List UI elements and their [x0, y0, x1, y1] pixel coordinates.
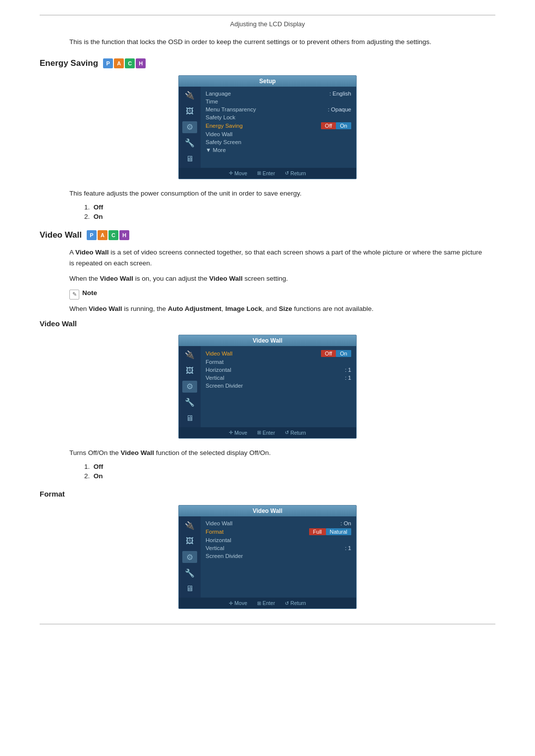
- note-label: Note: [82, 289, 97, 297]
- format-menu-body: 🔌 🖼 ⚙ 🔧 🖥 Video Wall : On Format Full: [179, 516, 356, 598]
- video-wall-section: Video Wall P A C H A Video Wall is a set…: [40, 230, 495, 480]
- sidebar-icon-4: 🔧: [182, 137, 197, 149]
- vw-menu-row-videowall: Video Wall Off On: [206, 349, 351, 358]
- menu-row-language: Language : English: [206, 90, 351, 98]
- sidebar-icon-1: 🔌: [182, 90, 197, 101]
- fmt-menu-row-vertical: Vertical : 1: [206, 544, 351, 552]
- menu-row-energy-saving: Energy Saving Off On: [206, 121, 351, 130]
- note-icon: ✎: [69, 290, 79, 300]
- vw-sidebar-icon-4: 🔧: [182, 397, 197, 408]
- format-menu-footer: ✛ Move ⊞ Enter ↺ Return: [179, 598, 356, 608]
- badge-h: H: [136, 58, 146, 68]
- video-wall-menu-footer: ✛ Move ⊞ Enter ↺ Return: [179, 427, 356, 438]
- menu-row-video-wall: Video Wall: [206, 130, 351, 138]
- energy-option-1: 1. Off: [84, 203, 495, 211]
- menu-row-safety-screen: Safety Screen: [206, 138, 351, 146]
- vw-sidebar-icon-2: 🖼: [182, 365, 197, 377]
- setup-menu-content: Language : English Time Menu Transparenc…: [201, 87, 356, 168]
- footer-enter: ⊞ Enter: [257, 170, 275, 176]
- vw-sidebar-icon-5: 🖥: [182, 412, 197, 424]
- fmt-sidebar-icon-2: 🖼: [182, 535, 197, 547]
- footer-return: ↺ Return: [285, 170, 306, 176]
- badge-c: C: [125, 58, 135, 68]
- energy-saving-heading: Energy Saving P A C H: [40, 58, 495, 68]
- sidebar-icon-5: 🖥: [182, 153, 197, 165]
- format-menu-content: Video Wall : On Format Full Natural Hori…: [201, 516, 356, 598]
- video-wall-desc2: When the Video Wall is on, you can adjus…: [69, 273, 485, 284]
- format-section: Format Video Wall 🔌 🖼 ⚙ 🔧 🖥 Video Wall :…: [40, 490, 495, 609]
- format-menu-title: Video Wall: [179, 505, 356, 516]
- fmt-menu-row-screen-divider: Screen Divider: [206, 552, 351, 560]
- video-wall-menu-content: Video Wall Off On Format Horizontal : 1 …: [201, 346, 356, 427]
- fmt-sidebar-icon-1: 🔌: [182, 519, 197, 531]
- video-wall-heading: Video Wall P A C H: [40, 230, 495, 240]
- page-header: Adjusting the LCD Display: [40, 20, 495, 28]
- vw-sidebar-icon-3: ⚙: [182, 381, 197, 393]
- menu-row-safety-lock: Safety Lock: [206, 113, 351, 121]
- fmt-full-box: Full: [309, 528, 326, 535]
- fmt-menu-row-videowall: Video Wall : On: [206, 519, 351, 527]
- fmt-sidebar-icon-4: 🔧: [182, 567, 197, 579]
- vw-menu-row-vertical: Vertical : 1: [206, 374, 351, 382]
- format-heading: Format: [40, 490, 495, 498]
- vw-footer-enter: ⊞ Enter: [257, 430, 275, 436]
- vw-footer-return: ↺ Return: [285, 430, 306, 436]
- badge-p: P: [103, 58, 113, 68]
- energy-saving-section: Energy Saving P A C H Setup 🔌 🖼 ⚙ 🔧 🖥: [40, 58, 495, 221]
- vw-badge-c: C: [108, 230, 118, 240]
- sidebar-icon-2: 🖼: [182, 105, 197, 117]
- energy-saving-desc: This feature adjusts the power consumpti…: [69, 188, 485, 199]
- vw-menu-row-horizontal: Horizontal : 1: [206, 366, 351, 374]
- setup-menu-sidebar: 🔌 🖼 ⚙ 🔧 🖥: [179, 87, 201, 168]
- video-wall-menu-body: 🔌 🖼 ⚙ 🔧 🖥 Video Wall Off On Format: [179, 346, 356, 427]
- fmt-footer-move: ✛ Move: [229, 600, 247, 606]
- vw-sidebar-icon-1: 🔌: [182, 349, 197, 361]
- note-text: When Video Wall is running, the Auto Adj…: [69, 303, 485, 314]
- video-wall-menu-sidebar: 🔌 🖼 ⚙ 🔧 🖥: [179, 346, 201, 427]
- setup-menu-screenshot: Setup 🔌 🖼 ⚙ 🔧 🖥 Language : English Time: [178, 75, 357, 179]
- video-wall-pach-badges: P A C H: [87, 230, 129, 240]
- fmt-sidebar-icon-5: 🖥: [182, 583, 197, 595]
- vw-option-2: 2. On: [84, 472, 495, 480]
- footer-move: ✛ Move: [229, 170, 247, 176]
- vw-menu-row-format: Format: [206, 358, 351, 366]
- energy-on-box: On: [336, 122, 351, 129]
- bottom-rule: [40, 624, 495, 624]
- video-wall-desc3: Turns Off/On the Video Wall function of …: [69, 448, 485, 458]
- vw-badge-h: H: [119, 230, 129, 240]
- fmt-footer-enter: ⊞ Enter: [257, 600, 275, 606]
- vw-footer-move: ✛ Move: [229, 430, 247, 436]
- format-menu-sidebar: 🔌 🖼 ⚙ 🔧 🖥: [179, 516, 201, 598]
- video-wall-desc1: A Video Wall is a set of video screens c…: [69, 247, 485, 268]
- fmt-menu-row-format: Format Full Natural: [206, 527, 351, 536]
- fmt-footer-return: ↺ Return: [285, 600, 306, 606]
- vw-off-box: Off: [321, 350, 336, 357]
- pach-badges: P A C H: [103, 58, 146, 68]
- energy-off-box: Off: [321, 122, 336, 129]
- vw-badge-p: P: [87, 230, 97, 240]
- setup-menu-footer: ✛ Move ⊞ Enter ↺ Return: [179, 168, 356, 179]
- setup-menu-body: 🔌 🖼 ⚙ 🔧 🖥 Language : English Time M: [179, 87, 356, 168]
- sidebar-icon-3: ⚙: [182, 121, 197, 133]
- badge-a: A: [114, 58, 124, 68]
- note-box: ✎ Note: [69, 289, 485, 300]
- video-wall-menu-title: Video Wall: [179, 335, 356, 346]
- vw-badge-a: A: [98, 230, 107, 240]
- format-menu-screenshot: Video Wall 🔌 🖼 ⚙ 🔧 🖥 Video Wall : On For…: [178, 505, 357, 609]
- video-wall-menu-screenshot: Video Wall 🔌 🖼 ⚙ 🔧 🖥 Video Wall Off On: [178, 335, 357, 439]
- top-rule: [40, 15, 495, 15]
- menu-row-transparency: Menu Transparency : Opaque: [206, 105, 351, 113]
- fmt-sidebar-icon-3: ⚙: [182, 551, 197, 563]
- vw-on-box: On: [336, 350, 351, 357]
- page-container: Adjusting the LCD Display This is the fu…: [0, 0, 535, 644]
- fmt-natural-box: Natural: [326, 528, 351, 535]
- vw-menu-row-screen-divider: Screen Divider: [206, 382, 351, 390]
- vw-option-1: 1. Off: [84, 463, 495, 470]
- setup-menu-title: Setup: [179, 76, 356, 87]
- intro-text: This is the function that locks the OSD …: [69, 37, 485, 48]
- video-wall-sub-heading: Video Wall: [40, 319, 495, 328]
- fmt-menu-row-horizontal: Horizontal: [206, 536, 351, 544]
- energy-option-2: 2. On: [84, 213, 495, 220]
- menu-row-time: Time: [206, 98, 351, 105]
- menu-row-more: ▼ More: [206, 146, 351, 154]
